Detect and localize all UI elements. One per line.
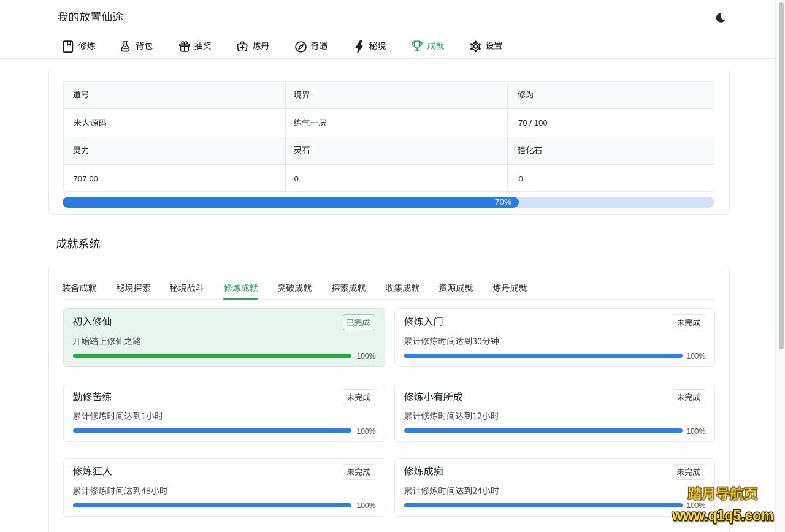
svg-text:www.q1q5.com: www.q1q5.com	[672, 507, 773, 523]
